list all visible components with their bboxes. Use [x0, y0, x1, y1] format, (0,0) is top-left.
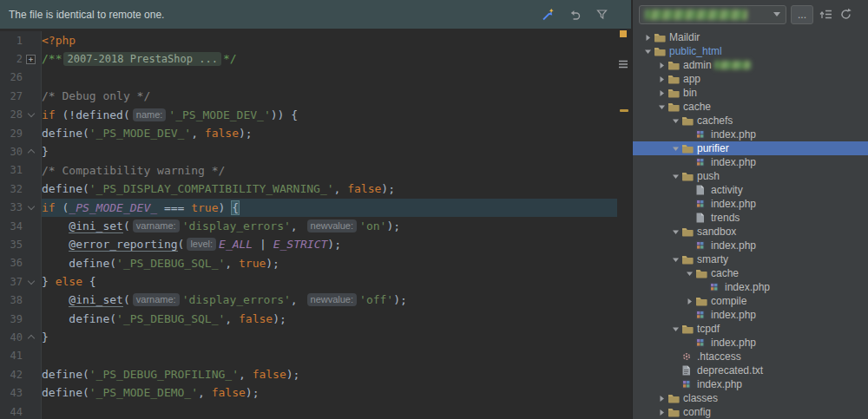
- line-number[interactable]: 34: [2, 220, 23, 232]
- tree-row-index.php[interactable]: index.php: [633, 336, 868, 350]
- line-number[interactable]: 39: [2, 313, 23, 325]
- code-line-26[interactable]: [42, 69, 617, 87]
- error-stripe[interactable]: [617, 29, 631, 419]
- code-line-2[interactable]: /**2007-2018 PrestaShop ...*/: [42, 49, 617, 68]
- code-line-1[interactable]: <?php: [42, 31, 617, 49]
- tree-row-index.php[interactable]: index.php: [633, 197, 868, 211]
- revert-icon[interactable]: [568, 8, 582, 22]
- chevron-down-icon[interactable]: [669, 256, 681, 264]
- tree-row-index.php[interactable]: index.php: [633, 308, 868, 322]
- fold-marker-open[interactable]: [27, 110, 34, 117]
- line-number[interactable]: 40: [2, 331, 23, 344]
- line-number[interactable]: 37: [2, 276, 23, 288]
- line-number[interactable]: 1: [2, 35, 23, 47]
- fold-marker-open[interactable]: [27, 203, 34, 210]
- chevron-right-icon[interactable]: [655, 75, 667, 83]
- gutter-line[interactable]: 26: [0, 69, 41, 87]
- line-number[interactable]: 33: [2, 201, 23, 213]
- code-line-30[interactable]: }: [42, 142, 617, 160]
- line-number[interactable]: 28: [2, 108, 23, 121]
- code-line-34[interactable]: @ini_set(varname:'display_errors', newva…: [42, 217, 617, 235]
- tree-row-app[interactable]: app: [633, 72, 868, 86]
- line-number[interactable]: 41: [2, 350, 23, 362]
- gutter-line[interactable]: 29: [0, 124, 41, 142]
- tree-row-public-html[interactable]: public_html: [633, 44, 868, 58]
- line-number[interactable]: 32: [2, 183, 23, 195]
- collapse-all-icon[interactable]: [818, 7, 833, 23]
- tree-row-push[interactable]: push: [633, 169, 868, 183]
- chevron-down-icon[interactable]: [669, 228, 681, 236]
- gutter-line[interactable]: 34: [0, 217, 41, 235]
- tree-row-activity[interactable]: activity: [633, 183, 868, 197]
- tree-row-index.php[interactable]: index.php: [633, 377, 868, 391]
- tree-row-sandbox[interactable]: sandbox: [633, 225, 868, 239]
- gutter-line[interactable]: 32: [0, 180, 41, 198]
- code-line-41[interactable]: [42, 347, 617, 365]
- line-number[interactable]: 43: [2, 387, 23, 399]
- chevron-right-icon[interactable]: [655, 395, 667, 403]
- line-number[interactable]: 27: [2, 90, 23, 102]
- tree-row-config[interactable]: config: [633, 405, 868, 419]
- gutter-line[interactable]: 38: [0, 291, 41, 309]
- chevron-right-icon[interactable]: [655, 409, 667, 416]
- chevron-right-icon[interactable]: [641, 34, 654, 42]
- line-number[interactable]: 35: [2, 239, 23, 251]
- tree-row-index.php[interactable]: index.php: [633, 155, 868, 169]
- chevron-down-icon[interactable]: [669, 117, 681, 125]
- code-editor[interactable]: 12+2627282930313233343536373839404142434…: [0, 29, 631, 419]
- gutter-line[interactable]: 30: [0, 142, 41, 160]
- tree-row-index.php[interactable]: index.php: [633, 239, 868, 252]
- code-line-28[interactable]: if (!defined(name:'_PS_MODE_DEV_')) {: [42, 106, 617, 124]
- line-number[interactable]: 26: [2, 71, 23, 83]
- gutter-line[interactable]: 36: [0, 254, 41, 272]
- line-number[interactable]: 30: [2, 146, 23, 158]
- tree-row-deprecated.txt[interactable]: deprecated.txt: [633, 363, 868, 377]
- refresh-icon[interactable]: [838, 7, 853, 23]
- fold-marker-open[interactable]: [27, 278, 34, 285]
- line-number[interactable]: 2: [2, 53, 23, 65]
- code-line-42[interactable]: define('_PS_DEBUG_PROFILING_', false);: [42, 365, 617, 383]
- line-number[interactable]: 36: [2, 257, 23, 269]
- tree-row-.htaccess[interactable]: .htaccess: [633, 350, 868, 363]
- gutter-line[interactable]: 35: [0, 235, 41, 253]
- gutter-line[interactable]: 33: [0, 199, 41, 217]
- code-line-38[interactable]: @ini_set(varname:'display_errors', newva…: [42, 291, 617, 309]
- code-line-32[interactable]: define('_PS_DISPLAY_COMPATIBILITY_WARNIN…: [42, 180, 617, 198]
- server-selector[interactable]: [639, 5, 786, 24]
- gutter-line[interactable]: 41: [0, 347, 41, 365]
- line-number[interactable]: 31: [2, 164, 23, 176]
- code-line-37[interactable]: } else {: [42, 272, 617, 291]
- error-stripe-menu-icon[interactable]: [618, 56, 628, 72]
- tree-row-index.php[interactable]: index.php: [633, 280, 868, 294]
- code-lines[interactable]: <?php/**2007-2018 PrestaShop ...*//* Deb…: [42, 31, 617, 419]
- gutter-line[interactable]: 43: [0, 383, 41, 402]
- gutter-line[interactable]: 39: [0, 310, 41, 328]
- gutter-line[interactable]: 2+: [0, 49, 41, 68]
- gutter-line[interactable]: 27: [0, 87, 41, 105]
- gutter-line[interactable]: 42: [0, 365, 41, 383]
- chevron-right-icon[interactable]: [683, 298, 695, 305]
- code-line-43[interactable]: define('_PS_MODE_DEMO_', false);: [42, 383, 617, 402]
- fold-marker-plus[interactable]: +: [26, 55, 36, 64]
- fold-marker-end[interactable]: [27, 335, 34, 342]
- tree-row-classes[interactable]: classes: [633, 391, 868, 405]
- tree-row-admin[interactable]: admin: [633, 58, 868, 72]
- line-number[interactable]: 42: [2, 369, 23, 381]
- code-line-29[interactable]: define('_PS_MODE_DEV_', false);: [42, 124, 617, 142]
- chevron-right-icon[interactable]: [655, 62, 667, 69]
- remote-file-tree[interactable]: Maildirpublic_htmladminappbincachecachef…: [633, 29, 868, 419]
- inspection-status-marker[interactable]: [620, 30, 627, 37]
- gutter-line[interactable]: 28: [0, 106, 41, 124]
- chevron-down-icon[interactable]: [669, 325, 681, 333]
- tree-row-maildir[interactable]: Maildir: [633, 30, 868, 44]
- chevron-right-icon[interactable]: [655, 89, 667, 97]
- chevron-down-icon[interactable]: [641, 48, 654, 56]
- code-line-44[interactable]: [42, 403, 617, 419]
- tree-row-bin[interactable]: bin: [633, 86, 868, 100]
- tree-row-cachefs[interactable]: cachefs: [633, 114, 868, 128]
- code-line-40[interactable]: }: [42, 328, 617, 346]
- line-number[interactable]: 44: [2, 406, 23, 418]
- chevron-down-icon[interactable]: [683, 270, 695, 278]
- tree-row-cache[interactable]: cache: [633, 100, 868, 114]
- tree-row-tcpdf[interactable]: tcpdf: [633, 322, 868, 336]
